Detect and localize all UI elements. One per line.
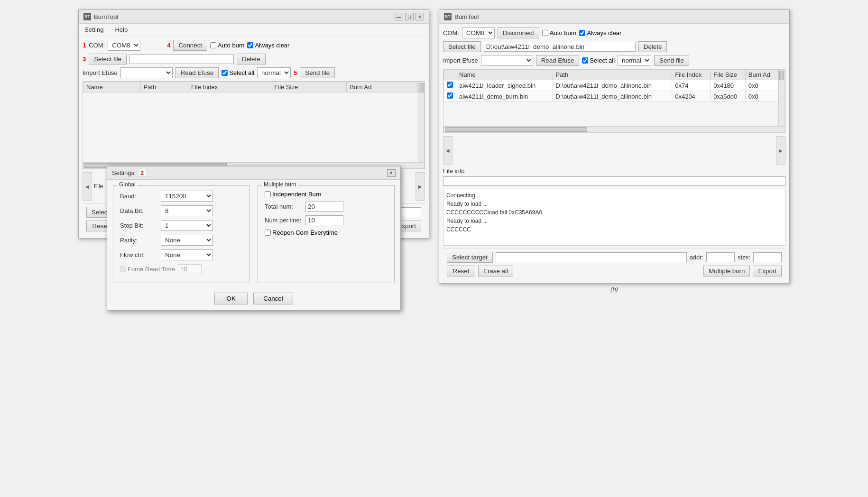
left-v-scrollbar[interactable] bbox=[418, 82, 425, 162]
always-clear-checkbox[interactable] bbox=[247, 42, 253, 48]
log-line: CCCCCCCCCCload fail 0xC35A69A6 bbox=[446, 208, 782, 217]
right-title-bar: BT BurnTool bbox=[439, 10, 789, 24]
right-auto-burn-checkbox[interactable] bbox=[542, 30, 548, 36]
row-file-index: 0x4204 bbox=[672, 91, 711, 102]
select-file-button[interactable]: Select file bbox=[89, 54, 127, 64]
flow-ctrl-row: Flow ctrl: None RTS/CTS XON/XOFF bbox=[120, 249, 243, 260]
title-bar-left: BT BurnTool bbox=[83, 13, 118, 20]
dialog-close-button[interactable]: × bbox=[387, 169, 396, 177]
right-addr-label: addr: bbox=[690, 254, 704, 261]
right-read-efuse-button[interactable]: Read Efuse bbox=[536, 55, 580, 66]
right-send-file-button[interactable]: Send file bbox=[654, 55, 689, 66]
table-row: aiw4211l_demo_burn.bin D:\out\aiw4211l_d… bbox=[444, 91, 778, 102]
read-efuse-button[interactable]: Read Efuse bbox=[175, 67, 219, 78]
row-burn-ad: 0x0 bbox=[745, 80, 778, 91]
right-always-clear-label: Always clear bbox=[587, 29, 621, 37]
right-select-all-row: Select all bbox=[582, 57, 615, 64]
num1-badge: 1 bbox=[83, 42, 86, 49]
right-select-all-checkbox[interactable] bbox=[582, 57, 588, 64]
right-window-wrapper: BT BurnTool COM: COM8 Disconnect Auto bu… bbox=[439, 9, 790, 295]
normal-select[interactable]: normal bbox=[257, 67, 291, 78]
dialog-title-text: Settings bbox=[112, 169, 134, 176]
num-per-line-input[interactable] bbox=[305, 215, 343, 225]
com-label: COM: bbox=[89, 42, 105, 49]
reopen-com-checkbox[interactable] bbox=[265, 230, 271, 236]
right-file-path-input[interactable] bbox=[484, 42, 636, 52]
force-read-input[interactable] bbox=[178, 264, 202, 274]
stop-bit-label: Stop Bit: bbox=[120, 222, 158, 229]
right-size-input[interactable] bbox=[753, 252, 782, 262]
right-file-table-container: Name Path File Index File Size Burn Ad bbox=[443, 69, 785, 133]
right-target-input[interactable] bbox=[496, 252, 687, 262]
right-normal-select[interactable]: normal bbox=[618, 55, 651, 66]
app-icon: BT bbox=[83, 13, 91, 20]
global-group-title: Global bbox=[117, 181, 138, 188]
row-checkbox[interactable] bbox=[447, 92, 453, 99]
reopen-com-label: Reopen Com Everytime bbox=[272, 229, 338, 236]
flow-ctrl-select[interactable]: None RTS/CTS XON/XOFF bbox=[161, 249, 213, 260]
disconnect-button[interactable]: Disconnect bbox=[498, 28, 539, 38]
menu-setting[interactable]: Setting bbox=[83, 25, 105, 34]
menu-help[interactable]: Help bbox=[113, 25, 129, 34]
minimize-button[interactable]: — bbox=[395, 13, 403, 20]
right-import-efuse-row: Import Efuse Read Efuse Select all norma… bbox=[443, 55, 785, 66]
connect-button[interactable]: Connect bbox=[173, 40, 207, 51]
com-row: 1 COM: COM8 4 Connect Auto burn Always c… bbox=[83, 40, 425, 51]
stop-bit-select[interactable]: 1 1.5 2 bbox=[161, 220, 213, 231]
independent-burn-checkbox[interactable] bbox=[265, 191, 271, 197]
right-table-inner: Name Path File Index File Size Burn Ad bbox=[443, 69, 778, 126]
close-button[interactable]: × bbox=[416, 13, 424, 20]
right-export-button[interactable]: Export bbox=[753, 266, 782, 276]
right-nav-arrow[interactable]: ▶ bbox=[416, 172, 425, 201]
select-all-checkbox[interactable] bbox=[222, 70, 228, 76]
auto-burn-checkbox[interactable] bbox=[210, 42, 216, 48]
file-info-input[interactable] bbox=[443, 176, 785, 186]
table-row: aiw4211l_loader_signed.bin D:\out\aiw421… bbox=[444, 80, 778, 91]
right-h-scrollbar[interactable] bbox=[443, 126, 785, 133]
right-table-scroll-area: Name Path File Index File Size Burn Ad bbox=[443, 69, 785, 126]
right-right-nav-arrow[interactable]: ▶ bbox=[776, 136, 785, 165]
data-bit-select[interactable]: 8 7 6 5 bbox=[161, 205, 213, 216]
left-window-title: BurnTool bbox=[94, 13, 118, 20]
right-delete-button[interactable]: Delete bbox=[638, 41, 667, 52]
total-num-input[interactable] bbox=[305, 202, 343, 212]
right-always-clear-checkbox[interactable] bbox=[579, 30, 585, 36]
file-path-input[interactable] bbox=[129, 54, 234, 64]
right-com-select[interactable]: COM8 bbox=[462, 28, 495, 38]
com-select[interactable]: COM8 bbox=[108, 40, 140, 51]
right-import-efuse-label: Import Efuse bbox=[443, 57, 478, 64]
maximize-button[interactable]: □ bbox=[405, 13, 414, 20]
dialog-content: Global Baud: 115200 9600 38400 57600 bbox=[107, 180, 400, 289]
parity-select[interactable]: None Odd Even bbox=[161, 235, 213, 246]
right-erase-all-button[interactable]: Erase all bbox=[478, 266, 513, 276]
right-select-target-button[interactable]: Select target bbox=[447, 252, 493, 263]
row-checkbox-cell[interactable] bbox=[444, 91, 456, 102]
efuse-select[interactable] bbox=[120, 67, 173, 78]
cancel-button[interactable]: Cancel bbox=[253, 293, 293, 304]
independent-burn-label: Independent Burn bbox=[272, 191, 321, 198]
data-bit-label: Data Bit: bbox=[120, 207, 158, 214]
right-reset-button[interactable]: Reset bbox=[447, 266, 475, 276]
left-nav-arrow[interactable]: ◀ bbox=[83, 172, 92, 201]
right-multiple-burn-button[interactable]: Multiple burn bbox=[703, 266, 750, 276]
right-select-file-button[interactable]: Select file bbox=[443, 41, 481, 52]
right-size-label: size: bbox=[738, 254, 750, 261]
right-col-burn-ad: Burn Ad bbox=[745, 70, 778, 80]
delete-button[interactable]: Delete bbox=[237, 54, 266, 64]
right-col-file-size: File Size bbox=[711, 70, 745, 80]
right-addr-input[interactable] bbox=[706, 252, 735, 262]
right-v-scrollbar[interactable] bbox=[778, 69, 785, 126]
right-action-buttons-row: Reset Erase all Multiple burn Export bbox=[447, 266, 782, 276]
file-info-label: File info bbox=[443, 167, 785, 175]
right-col-path: Path bbox=[553, 70, 672, 80]
row-file-size: 0xa5dd0 bbox=[711, 91, 745, 102]
baud-select[interactable]: 115200 9600 38400 57600 bbox=[161, 191, 213, 202]
row-checkbox-cell[interactable] bbox=[444, 80, 456, 91]
dialog-title-bar: Settings 2 × bbox=[107, 166, 400, 180]
row-checkbox[interactable] bbox=[447, 82, 453, 88]
right-efuse-select[interactable] bbox=[481, 55, 533, 66]
ok-button[interactable]: OK bbox=[214, 293, 248, 304]
col-file-size: File Size bbox=[271, 82, 347, 92]
send-file-button[interactable]: Send file bbox=[300, 67, 335, 78]
right-left-nav-arrow[interactable]: ◀ bbox=[443, 136, 452, 165]
